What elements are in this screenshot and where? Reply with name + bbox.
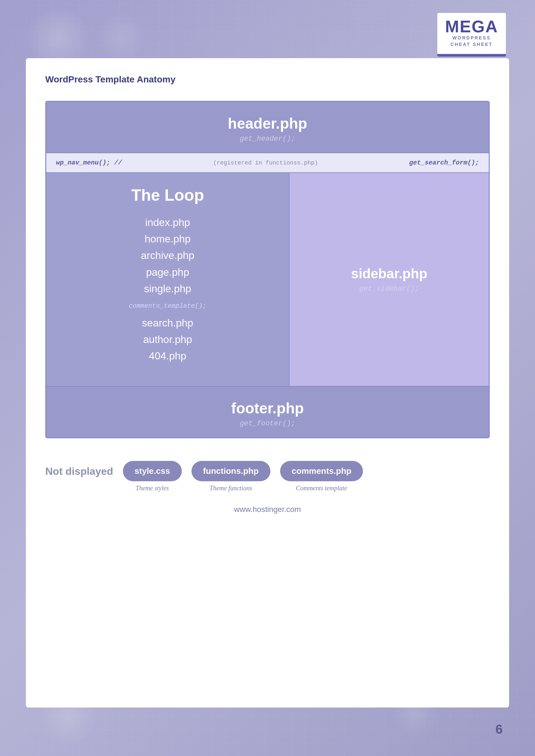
not-displayed-row: Not displayed style.css Theme styles fun… bbox=[45, 458, 490, 492]
sidebar-filename: sidebar.php bbox=[351, 266, 427, 282]
comments-php-desc: Comments template bbox=[296, 484, 347, 492]
loop-title: The Loop bbox=[53, 186, 282, 204]
logo-accent bbox=[437, 54, 506, 57]
header-func: get_header(); bbox=[240, 135, 295, 143]
loop-file-home: home.php bbox=[53, 231, 282, 247]
style-css-badge: style.css bbox=[123, 461, 182, 481]
loop-file-author: author.php bbox=[53, 331, 282, 348]
nav-func: wp_nav_menu(); // bbox=[56, 159, 122, 167]
template-footer-section: footer.php get_footer(); bbox=[46, 386, 489, 437]
footer-filename: footer.php bbox=[53, 399, 482, 417]
comments-php-badge: comments.php bbox=[280, 461, 363, 481]
search-func: get_search_form(); bbox=[409, 159, 479, 167]
comments-func: comments_template(); bbox=[53, 302, 282, 310]
logo-line2: CHEAT SHEET bbox=[451, 42, 493, 47]
nav-bar-section: wp_nav_menu(); // (registered in functio… bbox=[46, 152, 489, 173]
loop-file-archive: archive.php bbox=[53, 247, 282, 264]
style-css-desc: Theme styles bbox=[135, 484, 169, 492]
loop-file-search: search.php bbox=[53, 315, 282, 331]
loop-area: The Loop index.php home.php archive.php … bbox=[46, 173, 290, 386]
template-diagram: header.php get_header(); wp_nav_menu(); … bbox=[45, 101, 490, 438]
nav-note: (registered in functionss.php) bbox=[213, 160, 318, 166]
page-number: 6 bbox=[495, 722, 503, 737]
loop-files: index.php home.php archive.php page.php … bbox=[53, 214, 282, 297]
logo-container: MEGA WORDPRESS CHEAT SHEET bbox=[437, 13, 506, 57]
loop-files-2: search.php author.php 404.php bbox=[53, 315, 282, 364]
loop-file-single: single.php bbox=[53, 281, 282, 297]
loop-file-page: page.php bbox=[53, 264, 282, 281]
main-card: WordPress Template Anatomy header.php ge… bbox=[26, 58, 509, 708]
logo-box: MEGA WORDPRESS CHEAT SHEET bbox=[437, 13, 506, 54]
sidebar-func: get_sidebar(); bbox=[359, 285, 419, 293]
loop-file-404: 404.php bbox=[53, 348, 282, 364]
functions-php-item: functions.php Theme functions bbox=[191, 461, 270, 492]
functions-php-badge: functions.php bbox=[191, 461, 270, 481]
page-title: WordPress Template Anatomy bbox=[45, 74, 490, 85]
header-filename: header.php bbox=[53, 115, 482, 132]
comments-php-item: comments.php Comments template bbox=[280, 461, 363, 492]
logo-sub: WORDPRESS CHEAT SHEET bbox=[445, 35, 498, 47]
not-displayed-label: Not displayed bbox=[45, 461, 113, 477]
website-url: www.hostinger.com bbox=[45, 505, 490, 514]
sidebar-section: sidebar.php get_sidebar(); bbox=[290, 173, 489, 386]
functions-php-desc: Theme functions bbox=[210, 484, 252, 492]
logo-mega: MEGA bbox=[445, 18, 498, 35]
logo-line1: WORDPRESS bbox=[453, 35, 491, 40]
style-css-item: style.css Theme styles bbox=[123, 461, 182, 492]
file-badges: style.css Theme styles functions.php The… bbox=[123, 461, 490, 492]
footer-func: get_footer(); bbox=[240, 419, 295, 428]
orb-2 bbox=[97, 13, 146, 62]
template-header-section: header.php get_header(); bbox=[46, 102, 489, 152]
loop-file-index: index.php bbox=[53, 214, 282, 231]
content-row: The Loop index.php home.php archive.php … bbox=[46, 173, 489, 386]
